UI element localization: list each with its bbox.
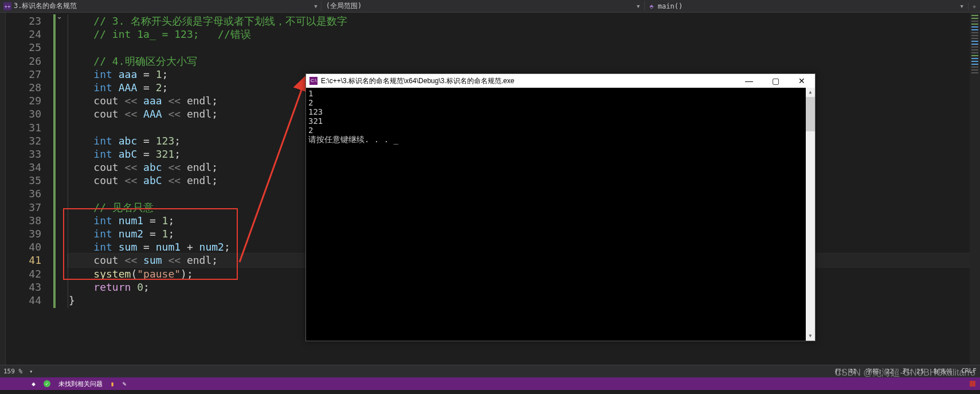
scroll-down-icon[interactable]: ▼ [806, 331, 815, 341]
code-line[interactable]: // 3. 名称开头必须是字母或者下划线，不可以是数字 [68, 14, 970, 28]
cmd-icon: C:\ [309, 77, 317, 85]
line-number[interactable]: 23 [6, 14, 52, 28]
cpp-file-icon: ++ [3, 2, 11, 10]
zoom-chevron-icon[interactable]: ▾ [29, 368, 33, 375]
line-number[interactable]: 38 [6, 214, 52, 227]
brush-icon[interactable]: ✎ [122, 380, 126, 388]
code-line[interactable]: // 4.明确区分大小写 [68, 54, 970, 68]
method-icon: ⬘ [649, 2, 653, 10]
scope-label: (全局范围) [326, 1, 362, 11]
console-title-text: E:\c++\3.标识名的命名规范\x64\Debug\3.标识名的命名规范.e… [321, 76, 514, 86]
console-scrollbar[interactable]: ▲ ▼ [806, 88, 815, 341]
line-number-gutter[interactable]: 2324252627282930313233343536373839404142… [6, 13, 52, 365]
line-number[interactable]: 29 [6, 94, 52, 107]
line-number[interactable]: 31 [6, 121, 52, 134]
document-tab[interactable]: ++ 3.标识名的命名规范 ▼ [0, 1, 322, 11]
line-number[interactable]: 32 [6, 134, 52, 147]
line-number[interactable]: 25 [6, 41, 52, 54]
breadcrumb-bar: ++ 3.标识名的命名规范 ▼ (全局范围) ▼ ⬘ main() ▼ ✧ [0, 0, 980, 13]
maximize-button[interactable]: ▢ [762, 74, 789, 88]
line-number[interactable]: 43 [6, 280, 52, 294]
change-indicator [53, 14, 56, 308]
vertical-scrollbar[interactable] [970, 13, 980, 365]
function-label: main() [658, 2, 683, 10]
left-strip [0, 13, 6, 365]
scope-selector[interactable]: (全局范围) ▼ [322, 1, 645, 11]
record-icon[interactable] [970, 381, 975, 387]
line-number[interactable]: 36 [6, 187, 52, 200]
line-number[interactable]: 27 [6, 68, 52, 81]
chevron-down-icon: ▼ [961, 3, 963, 9]
function-selector[interactable]: ⬘ main() ▼ [645, 2, 969, 10]
editor: 2324252627282930313233343536373839404142… [0, 13, 980, 365]
info-col[interactable]: 列: 25 [903, 367, 924, 376]
scroll-thumb[interactable] [806, 97, 815, 131]
info-eol[interactable]: CRLF [962, 367, 977, 376]
line-number[interactable]: 24 [6, 28, 52, 41]
line-number[interactable]: 40 [6, 240, 52, 253]
line-number[interactable]: 42 [6, 267, 52, 280]
line-number[interactable]: 35 [6, 174, 52, 187]
line-number[interactable]: 30 [6, 107, 52, 120]
editor-info-bar: 159 % ▾ 行: 41 字符: 22 列: 25 制表符 CRLF [0, 365, 980, 377]
line-number[interactable]: 41 [6, 253, 52, 267]
line-number[interactable]: 33 [6, 147, 52, 161]
line-number[interactable]: 26 [6, 54, 52, 68]
line-number[interactable]: 34 [6, 161, 52, 174]
document-title: 3.标识名的命名规范 [14, 1, 77, 11]
line-number[interactable]: 39 [6, 227, 52, 240]
info-tabs[interactable]: 制表符 [934, 367, 952, 376]
line-number[interactable]: 28 [6, 81, 52, 94]
flame-icon[interactable]: ▮ [111, 380, 115, 388]
minimize-button[interactable]: — [736, 74, 762, 88]
code-line[interactable] [68, 41, 970, 54]
console-titlebar[interactable]: C:\ E:\c++\3.标识名的命名规范\x64\Debug\3.标识名的命名… [306, 74, 815, 88]
scroll-up-icon[interactable]: ▲ [806, 88, 815, 97]
info-line[interactable]: 行: 41 [835, 367, 857, 376]
console-output[interactable]: 1 2 123 321 2 请按任意键继续. . . _ [306, 88, 815, 341]
status-bar: 159 % ◆ ✓ 未找到相关问题 ▮ ✎ [0, 377, 980, 390]
issues-status[interactable]: 未找到相关问题 [58, 380, 103, 388]
chevron-down-icon: ▼ [637, 3, 640, 9]
line-number[interactable]: 44 [6, 294, 52, 307]
add-panel-button[interactable]: ✧ [969, 2, 980, 10]
fold-chevron-icon[interactable]: › [56, 15, 64, 19]
close-button[interactable]: ✕ [789, 74, 815, 88]
info-char[interactable]: 字符: 22 [866, 367, 894, 376]
tools-icon[interactable]: ◆ [32, 380, 36, 388]
console-window[interactable]: C:\ E:\c++\3.标识名的命名规范\x64\Debug\3.标识名的命名… [305, 73, 816, 341]
line-number[interactable]: 37 [6, 201, 52, 214]
overview-ruler [971, 15, 978, 130]
ok-status-icon[interactable]: ✓ [44, 380, 50, 387]
fold-margin[interactable]: › [52, 13, 68, 365]
chevron-down-icon[interactable]: ▼ [314, 3, 317, 9]
zoom-level[interactable]: 159 % [3, 368, 22, 375]
code-line[interactable]: // int 1a_ = 123; //错误 [68, 28, 970, 41]
